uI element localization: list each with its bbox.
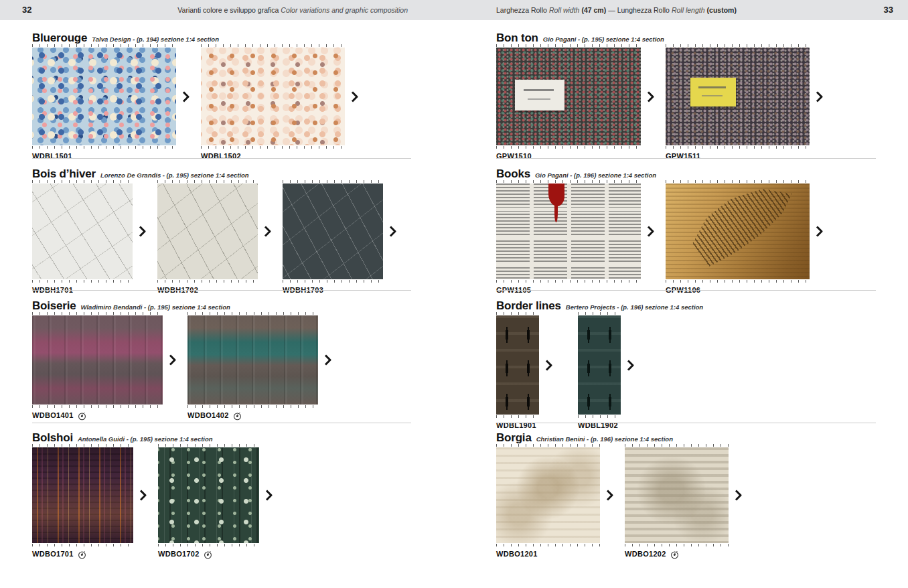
crop-ticks (625, 444, 729, 447)
section-borgia: BorgiaChristian Benini - (p. 196) sezion… (496, 427, 876, 559)
crop-ticks (666, 44, 810, 47)
chevron-right-icon (816, 44, 823, 149)
fire-rating-icon (233, 412, 242, 421)
crop-ticks (496, 280, 641, 283)
page-number-right: 33 (884, 5, 893, 15)
feather-wing-motif (685, 183, 802, 275)
product-code: WDBO1402 (187, 411, 229, 419)
section-header: Bon tonGio Pagani - (p. 195) sezione 1:4… (496, 27, 876, 40)
swatch-image (32, 447, 133, 543)
crop-ticks (496, 444, 600, 447)
swatch-unit: WDBH1701 (32, 179, 133, 295)
swatch-image (32, 48, 176, 145)
swatch-unit: GPW1106 (666, 179, 810, 295)
chevron-right-icon (735, 443, 742, 547)
section-bois-dhiver: Bois d’hiverLorenzo De Grandis - (p. 195… (32, 163, 411, 295)
product-code: GPW1105 (496, 286, 531, 294)
section-meta: Wladimiro Bendandi - (p. 195) sezione 1:… (81, 303, 230, 311)
crop-ticks (201, 44, 345, 47)
crop-ticks (578, 415, 621, 418)
swatch-row: WDBL1501 WDBL1502 (32, 44, 411, 161)
section-border-lines: Border linesBertero Projects - (p. 196) … (496, 295, 876, 430)
header-caption-left: Varianti colore e sviluppo graficaColor … (32, 6, 410, 14)
section-header: BluerougeTalva Design - (p. 194) sezione… (32, 27, 411, 40)
section-title: Bois d’hiver (32, 167, 96, 180)
crop-ticks (158, 444, 259, 447)
product-code: WDBO1401 (32, 411, 74, 419)
swatch-unit: WDBO1701 (32, 443, 133, 559)
crop-ticks (187, 312, 318, 315)
product-code: WDBO1201 (496, 550, 538, 558)
crop-ticks (157, 180, 258, 183)
section-title: Bolshoi (32, 431, 73, 444)
sample-label-card (515, 80, 564, 111)
section-header: BolshoiAntonella Guidi - (p. 195) sezion… (32, 427, 411, 440)
section-meta: Gio Pagani - (p. 196) sezione 1:4 sectio… (535, 171, 656, 179)
swatch-unit: WDBO1201 (496, 443, 600, 559)
crop-ticks (496, 180, 641, 183)
swatch-unit: WDBL1902 (578, 311, 621, 430)
crop-ticks (496, 44, 641, 47)
product-code: WDBO1202 (625, 550, 666, 558)
swatch-row: GPW1105 GPW1106 (496, 179, 876, 295)
roll-width-label-en: Roll width (549, 6, 580, 14)
crop-ticks (32, 544, 133, 546)
swatch-unit: WDBO1402 (187, 311, 318, 420)
section-title: Borgia (496, 431, 532, 444)
crop-ticks (666, 280, 810, 283)
section-title: Boiserie (32, 299, 76, 312)
roll-length-value: (custom) (707, 6, 737, 14)
crop-ticks (496, 544, 600, 546)
crop-ticks (666, 180, 810, 183)
product-code: WDBH1702 (157, 286, 198, 294)
chevron-right-icon (324, 311, 331, 409)
product-code: WDBO1702 (158, 550, 200, 558)
swatch-image (158, 447, 259, 543)
crop-ticks (32, 280, 133, 283)
roll-length-label-it: Lunghezza Rollo (617, 6, 670, 14)
product-code: WDBL1502 (201, 152, 241, 160)
roll-width-value: (47 cm) (581, 6, 606, 14)
chevron-right-icon (647, 179, 654, 283)
crop-ticks (32, 312, 163, 315)
swatch-unit: WDBH1703 (283, 179, 383, 295)
red-ink-drip (548, 183, 564, 206)
product-code: GPW1511 (666, 152, 700, 160)
chevron-right-icon (351, 44, 358, 149)
section-books: BooksGio Pagani - (p. 196) sezione 1:4 s… (496, 163, 876, 295)
swatch-image (496, 315, 539, 415)
swatch-image (157, 183, 258, 279)
product-code: WDBH1701 (32, 286, 73, 294)
swatch-unit: WDBO1401 (32, 311, 163, 420)
section-title: Bluerouge (32, 31, 87, 44)
chevron-right-icon (264, 179, 271, 283)
swatch-image (283, 183, 383, 279)
header-caption-italian: Varianti colore e sviluppo grafica (177, 6, 279, 14)
swatch-image (32, 183, 133, 279)
chevron-right-icon (545, 311, 552, 419)
crop-ticks (32, 44, 176, 47)
chevron-right-icon (606, 443, 613, 547)
section-header: BoiserieWladimiro Bendandi - (p. 195) se… (32, 295, 411, 308)
sample-label-card (690, 78, 736, 106)
product-code: WDBO1701 (32, 550, 74, 558)
swatch-image (32, 315, 163, 405)
section-bon-ton: Bon tonGio Pagani - (p. 195) sezione 1:4… (496, 27, 876, 161)
swatch-image (666, 183, 810, 279)
swatch-row: WDBL1901 WDBL1902 (496, 311, 876, 430)
section-header: Bois d’hiverLorenzo De Grandis - (p. 195… (32, 163, 411, 176)
swatch-unit: GPW1511 (666, 44, 810, 161)
crop-ticks (283, 280, 383, 283)
section-boiserie: BoiserieWladimiro Bendandi - (p. 195) se… (32, 295, 411, 420)
swatch-unit: WDBL1501 (32, 44, 176, 161)
chevron-right-icon (169, 311, 176, 409)
swatch-image (578, 315, 621, 415)
fire-rating-icon (78, 412, 86, 421)
swatch-image (496, 447, 600, 543)
section-bluerouge: BluerougeTalva Design - (p. 194) sezione… (32, 27, 411, 161)
fire-rating-icon (670, 550, 679, 559)
swatch-unit: WDBO1702 (158, 443, 259, 559)
section-meta: Lorenzo De Grandis - (p. 195) sezione 1:… (100, 171, 249, 179)
crop-ticks (496, 415, 539, 418)
section-meta: Talva Design - (p. 194) sezione 1:4 sect… (92, 35, 219, 43)
